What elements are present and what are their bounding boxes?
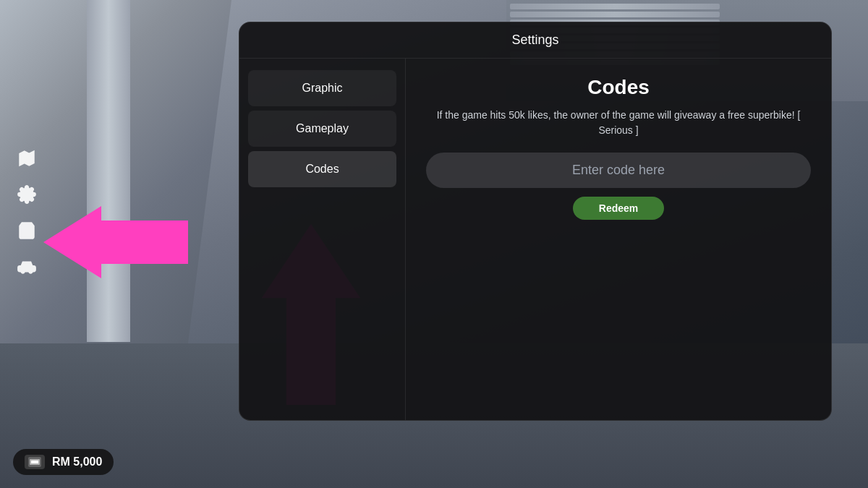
blind-slat — [510, 12, 720, 17]
nav-codes[interactable]: Codes — [248, 151, 396, 187]
codes-description: If the game hits 50k likes, the owner of… — [426, 108, 811, 138]
codes-title: Codes — [426, 76, 811, 99]
settings-nav: Graphic Gameplay Codes — [239, 59, 406, 420]
svg-marker-8 — [43, 206, 188, 278]
bg-column — [87, 0, 130, 342]
blind-slat — [510, 4, 720, 9]
vehicle-icon[interactable] — [13, 253, 41, 281]
redeem-button[interactable]: Redeem — [573, 197, 664, 220]
map-icon[interactable] — [13, 145, 41, 172]
currency-amount: RM 5,000 — [52, 455, 102, 468]
left-arrow-annotation — [43, 199, 188, 288]
svg-rect-12 — [31, 461, 38, 463]
svg-point-6 — [21, 270, 24, 273]
settings-icon[interactable] — [13, 181, 41, 208]
nav-gameplay[interactable]: Gameplay — [248, 111, 396, 147]
svg-point-7 — [29, 270, 32, 273]
codes-panel: Codes If the game hits 50k likes, the ow… — [406, 59, 831, 420]
svg-point-2 — [25, 155, 28, 158]
nav-graphic[interactable]: Graphic — [248, 70, 396, 106]
settings-title: Settings — [239, 22, 831, 59]
code-input[interactable] — [426, 153, 811, 188]
sidebar — [13, 145, 41, 281]
currency-bar: RM 5,000 — [13, 449, 114, 475]
settings-body: Graphic Gameplay Codes Codes If the game… — [239, 59, 831, 420]
currency-icon — [25, 455, 45, 469]
shop-icon[interactable] — [13, 217, 41, 244]
settings-modal: Settings Graphic Gameplay Codes Codes If… — [239, 22, 832, 421]
redeem-btn-wrapper: Redeem — [426, 197, 811, 220]
